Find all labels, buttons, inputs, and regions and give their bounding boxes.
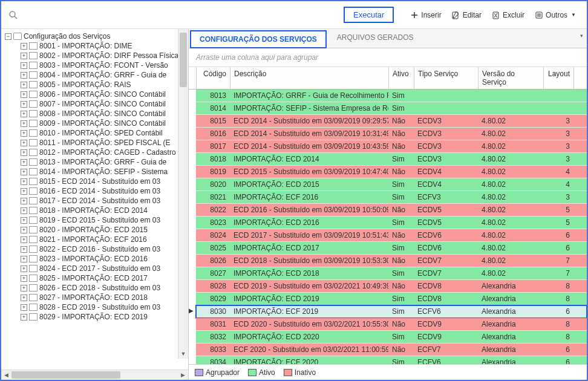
table-row[interactable]: 8019ECD 2015 - Substituído em 03/09/2019… <box>196 166 587 178</box>
expand-icon[interactable]: + <box>21 62 27 69</box>
expand-icon[interactable]: + <box>21 236 27 243</box>
column-versao[interactable]: Versão do Serviço <box>479 67 544 89</box>
table-row[interactable]: 8028ECD 2019 - Substituído em 03/02/2021… <box>196 280 587 293</box>
tree-horizontal-scrollbar[interactable]: ◀ ▶ <box>1 370 188 380</box>
tree-item[interactable]: +8020 - IMPORTAÇÃO: ECD 2015 <box>4 225 188 235</box>
column-layout[interactable]: Layout <box>544 67 574 89</box>
delete-button[interactable]: Excluir <box>486 8 529 22</box>
expand-icon[interactable]: + <box>21 227 27 233</box>
scrollbar-thumb[interactable] <box>11 371 120 379</box>
column-tipo[interactable]: Tipo Serviço <box>414 67 479 89</box>
tree-item[interactable]: +8007 - IMPORTAÇÃO: SINCO Contábil <box>4 99 188 109</box>
table-row[interactable]: 8013IMPORTAÇÃO: GRRF - Guia de Recolhime… <box>196 90 587 102</box>
table-row[interactable]: 8027IMPORTAÇÃO: ECD 2018SimECDV74.80.027 <box>196 267 587 280</box>
tree-item[interactable]: +8015 - ECD 2014 - Substituído em 03 <box>4 177 188 186</box>
collapse-icon[interactable]: − <box>5 33 11 40</box>
tree-item[interactable]: +8023 - IMPORTAÇÃO: ECD 2016 <box>4 254 188 264</box>
expand-icon[interactable]: + <box>21 246 27 253</box>
table-row[interactable]: 8025IMPORTAÇÃO: ECD 2017SimECDV64.80.026 <box>196 242 587 255</box>
expand-icon[interactable]: + <box>21 43 27 50</box>
scroll-down-icon[interactable]: ▼ <box>178 348 188 359</box>
tree-item[interactable]: +8010 - IMPORTAÇÃO: SPED Contábil <box>4 128 188 138</box>
tree-item[interactable]: +8005 - IMPORTAÇÃO: RAIS <box>4 80 188 90</box>
table-row[interactable]: 8020IMPORTAÇÃO: ECD 2015SimECDV44.80.024 <box>196 178 587 191</box>
column-ativo[interactable]: Ativo <box>389 67 414 89</box>
table-row[interactable]: 8017ECD 2014 - Substituído em 03/09/2019… <box>196 140 587 153</box>
expand-icon[interactable]: + <box>21 130 27 137</box>
table-row[interactable]: ▶8030IMPORTAÇÃO: ECF 2019SimECFV6Alexand… <box>196 305 587 318</box>
tree-item[interactable]: +8004 - IMPORTAÇÃO: GRRF - Guia de <box>4 70 188 80</box>
tree-root[interactable]: − Configuração dos Serviços <box>4 31 188 41</box>
tree-item[interactable]: +8021 - IMPORTAÇÃO: ECF 2016 <box>4 235 188 244</box>
expand-icon[interactable]: + <box>21 178 27 185</box>
tree-item[interactable]: +8002 - IMPORTAÇÃO: DIRF Pessoa Física <box>4 51 188 60</box>
table-row[interactable]: 8015ECD 2014 - Substituído em 03/09/2019… <box>196 115 587 128</box>
expand-icon[interactable]: + <box>21 111 27 117</box>
expand-icon[interactable]: + <box>21 72 27 79</box>
scrollbar-thumb[interactable] <box>180 33 187 87</box>
execute-button[interactable]: Executar <box>344 7 394 23</box>
tree-item[interactable]: +8009 - IMPORTAÇÃO: SINCO Contábil <box>4 119 188 128</box>
table-row[interactable]: 8014IMPORTAÇÃO: SEFIP - Sistema Empresa … <box>196 102 587 115</box>
tree-item[interactable]: +8012 - IMPORTAÇÃO: CAGED - Cadastro <box>4 148 188 157</box>
tree-item[interactable]: +8026 - ECD 2018 - Substituído em 03 <box>4 283 188 293</box>
tree-item[interactable]: +8001 - IMPORTAÇÃO: DIME <box>4 41 188 51</box>
tree-item[interactable]: +8028 - ECD 2019 - Substituído em 03 <box>4 302 188 312</box>
table-row[interactable]: 8032IMPORTAÇÃO: ECD 2020SimECDV9Alexandr… <box>196 331 587 344</box>
expand-icon[interactable]: + <box>21 101 27 108</box>
tree-item[interactable]: +8008 - IMPORTAÇÃO: SINCO Contábil <box>4 109 188 119</box>
expand-icon[interactable]: + <box>21 304 27 311</box>
table-row[interactable]: 8021IMPORTAÇÃO: ECF 2016SimECFV34.80.023 <box>196 191 587 204</box>
scroll-left-icon[interactable]: ◀ <box>1 370 11 380</box>
tab-arquivos[interactable]: ARQUIVOS GERADOS <box>328 29 423 48</box>
expand-icon[interactable]: + <box>21 314 27 321</box>
edit-button[interactable]: Editar <box>446 8 486 22</box>
expand-icon[interactable]: + <box>21 120 27 127</box>
tree-item[interactable]: +8024 - ECD 2017 - Substituído em 03 <box>4 264 188 273</box>
expand-icon[interactable]: + <box>21 91 27 98</box>
expand-icon[interactable]: + <box>21 217 27 224</box>
expand-icon[interactable]: + <box>21 295 27 301</box>
table-row[interactable]: 8031ECD 2020 - Substituído em 03/02/2021… <box>196 318 587 331</box>
expand-icon[interactable]: + <box>21 265 27 272</box>
table-row[interactable]: 8016ECD 2014 - Substituído em 03/09/2019… <box>196 128 587 140</box>
tree-item[interactable]: +8018 - IMPORTAÇÃO: ECD 2014 <box>4 206 188 215</box>
tree-item[interactable]: +8003 - IMPORTAÇÃO: FCONT - Versão <box>4 60 188 70</box>
table-row[interactable]: 8023IMPORTAÇÃO: ECD 2016SimECDV54.80.025 <box>196 217 587 229</box>
tree-item[interactable]: +8025 - IMPORTAÇÃO: ECD 2017 <box>4 273 188 283</box>
expand-icon[interactable]: + <box>21 188 27 195</box>
tree-item[interactable]: +8006 - IMPORTAÇÃO: SINCO Contábil <box>4 90 188 99</box>
tab-overflow-icon[interactable]: ▾ <box>580 33 583 39</box>
table-row[interactable]: 8026ECD 2018 - Substituído em 03/09/2019… <box>196 255 587 267</box>
expand-icon[interactable]: + <box>21 275 27 282</box>
insert-button[interactable]: Inserir <box>405 8 446 22</box>
group-by-hint[interactable]: Arraste uma coluna aqui para agrupar <box>189 48 587 67</box>
tree-item[interactable]: +8016 - ECD 2014 - Substituído em 03 <box>4 186 188 196</box>
column-codigo[interactable]: Código <box>197 67 230 89</box>
table-row[interactable]: 8029IMPORTAÇÃO: ECD 2019SimECDV8Alexandr… <box>196 293 587 305</box>
tab-configuracao[interactable]: CONFIGURAÇÃO DOS SERVIÇOS <box>190 30 327 48</box>
expand-icon[interactable]: + <box>21 198 27 204</box>
table-row[interactable]: 8024ECD 2017 - Substituído em 03/09/2019… <box>196 229 587 242</box>
scroll-right-icon[interactable]: ▶ <box>178 370 188 380</box>
tree-item[interactable]: +8011 - IMPORTAÇÃO: SPED FISCAL (E <box>4 138 188 148</box>
expand-icon[interactable]: + <box>21 82 27 88</box>
tree-item[interactable]: +8014 - IMPORTAÇÃO: SEFIP - Sistema <box>4 167 188 177</box>
table-row[interactable]: 8034IMPORTAÇÃO: ECF 2020SimECFV6Alexandr… <box>196 356 587 364</box>
tree-item[interactable]: +8022 - ECD 2016 - Substituído em 03 <box>4 244 188 254</box>
expand-icon[interactable]: + <box>21 285 27 291</box>
table-row[interactable]: 8033ECF 2020 - Substituído em 03/02/2021… <box>196 344 587 356</box>
expand-icon[interactable]: + <box>21 159 27 166</box>
tree-item[interactable]: +8027 - IMPORTAÇÃO: ECD 2018 <box>4 293 188 302</box>
expand-icon[interactable]: + <box>21 256 27 262</box>
column-descricao[interactable]: Descrição <box>230 67 389 89</box>
tree-item[interactable]: +8017 - ECD 2014 - Substituído em 03 <box>4 196 188 206</box>
expand-icon[interactable]: + <box>21 207 27 214</box>
tree-item[interactable]: +8019 - ECD 2015 - Substituído em 03 <box>4 215 188 225</box>
expand-icon[interactable]: + <box>21 169 27 175</box>
expand-icon[interactable]: + <box>21 53 27 59</box>
table-row[interactable]: 8018IMPORTAÇÃO: ECD 2014SimECDV34.80.023 <box>196 153 587 166</box>
table-row[interactable]: 8022ECD 2016 - Substituído em 03/09/2019… <box>196 204 587 217</box>
expand-icon[interactable]: + <box>21 149 27 156</box>
tree-item[interactable]: +8013 - IMPORTAÇÃO: GRRF - Guia de <box>4 157 188 167</box>
